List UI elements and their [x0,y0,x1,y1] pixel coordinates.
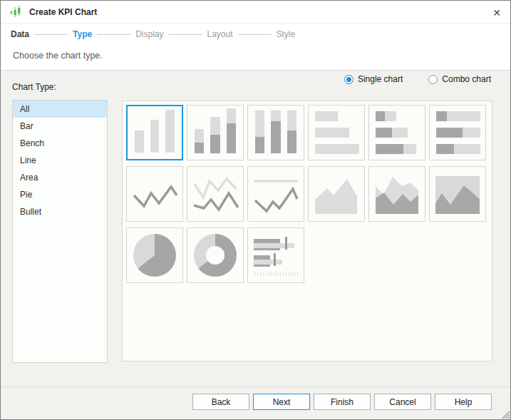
combo-chart-radio[interactable]: Combo chart [428,74,491,84]
list-item-pie[interactable]: Pie [13,186,107,203]
thumb-bar[interactable] [126,105,183,160]
footer-bar: Back Next Finish Cancel Help [1,386,510,419]
thumb-stacked-area[interactable] [368,166,425,222]
finish-button[interactable]: Finish [314,394,371,410]
chart-mode-radios: Single chart Combo chart [344,74,491,84]
help-button[interactable]: Help [435,394,492,410]
thumb-donut[interactable] [187,227,244,283]
step-display[interactable]: Display [135,29,163,39]
radio-icon[interactable] [428,75,438,84]
thumb-pie[interactable] [126,227,183,283]
thumb-horizontal-bar[interactable] [308,105,365,160]
thumb-multi-line[interactable] [187,166,244,222]
radio-icon[interactable] [344,75,353,84]
step-layout[interactable]: Layout [207,29,233,39]
thumb-bench-bar[interactable] [247,105,304,160]
thumb-stacked-bar[interactable] [187,105,244,160]
thumb-horizontal-stacked-bar[interactable] [368,105,425,160]
back-button[interactable]: Back [192,394,249,410]
footer-buttons: Back Next Finish Cancel Help [1,387,510,410]
list-item-all[interactable]: All [13,101,107,118]
list-item-area[interactable]: Area [13,169,107,186]
title-bar: Create KPI Chart ✕ [1,1,510,24]
list-item-bench[interactable]: Bench [13,135,107,152]
kpi-chart-icon [10,6,23,19]
step-connector [34,34,68,35]
single-chart-radio[interactable]: Single chart [344,74,403,84]
donut-glyph [194,234,237,277]
next-button[interactable]: Next [253,394,310,410]
create-kpi-chart-dialog: Create KPI Chart ✕ Data Type Display Lay… [0,0,511,420]
thumb-area[interactable] [308,166,365,222]
list-item-bar[interactable]: Bar [13,118,107,135]
thumb-bullet[interactable] [247,227,304,283]
step-data[interactable]: Data [11,29,29,39]
thumb-bench-line[interactable] [247,166,304,222]
pie-glyph [133,234,176,277]
chart-gallery-grid [123,101,492,287]
list-item-line[interactable]: Line [13,152,107,169]
list-item-bullet[interactable]: Bullet [13,203,107,220]
close-icon[interactable]: ✕ [490,6,504,20]
step-connector [169,34,202,35]
wizard-instruction: Choose the chart type. [13,51,103,61]
step-style[interactable]: Style [277,29,296,39]
thumb-bench-area[interactable] [429,166,486,222]
step-connector [97,34,130,35]
chart-type-label: Chart Type: [12,82,56,92]
thumb-horizontal-bench-bar[interactable] [429,105,486,160]
chart-gallery-panel [122,101,492,362]
single-chart-label: Single chart [358,74,403,84]
resize-grip[interactable] [500,409,510,419]
wizard-steps: Data Type Display Layout Style [11,25,496,43]
dialog-title: Create KPI Chart [29,7,97,17]
chart-type-list: All Bar Bench Line Area Pie Bullet [12,100,108,363]
content-area: Single chart Combo chart Chart Type: All… [1,70,510,388]
combo-chart-label: Combo chart [442,74,491,84]
step-connector [238,34,272,35]
cancel-button[interactable]: Cancel [374,394,431,410]
step-type[interactable]: Type [73,29,92,39]
thumb-line[interactable] [126,166,183,222]
